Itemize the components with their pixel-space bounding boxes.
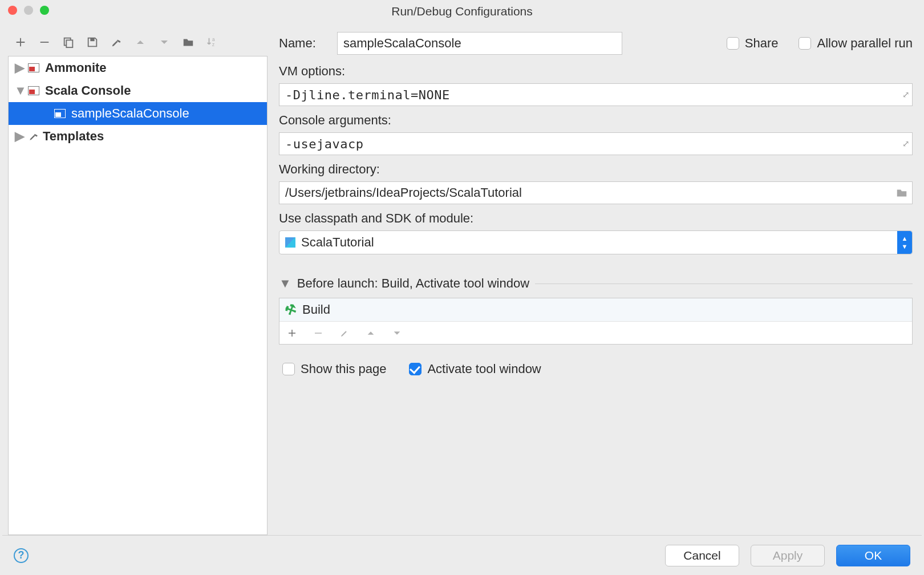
show-this-page-label: Show this page xyxy=(301,362,386,376)
collapse-icon[interactable]: ▼ xyxy=(14,83,25,98)
tree-label: Scala Console xyxy=(45,83,131,98)
working-dir-label: Working directory: xyxy=(279,162,913,177)
before-launch-item-label: Build xyxy=(302,302,330,317)
expand-icon[interactable]: ▶ xyxy=(14,129,25,144)
remove-config-button[interactable] xyxy=(38,35,51,49)
remove-task-button[interactable] xyxy=(313,327,324,339)
minimize-window-button[interactable] xyxy=(24,6,33,15)
console-args-input[interactable] xyxy=(279,132,913,155)
checkbox-icon xyxy=(727,37,739,50)
edit-defaults-button[interactable] xyxy=(110,35,123,49)
checkbox-icon xyxy=(799,37,811,50)
config-toolbar: az xyxy=(8,29,268,56)
expand-icon[interactable]: ▶ xyxy=(14,60,25,75)
move-down-button[interactable] xyxy=(157,35,171,49)
show-this-page-checkbox[interactable]: Show this page xyxy=(282,362,386,376)
cancel-button[interactable]: Cancel xyxy=(665,545,739,566)
config-tree[interactable]: ▶ Ammonite ▼ Scala Console sampleScalaCo… xyxy=(8,56,268,535)
edit-task-button[interactable] xyxy=(339,327,350,339)
svg-text:a: a xyxy=(212,37,215,42)
before-launch-item-build[interactable]: ⚒ Build xyxy=(279,298,912,321)
module-select[interactable]: ScalaTutorial ▲▼ xyxy=(279,230,913,254)
svg-text:z: z xyxy=(212,42,214,47)
hammer-icon: ⚒ xyxy=(282,301,299,319)
expand-field-icon[interactable]: ⤢ xyxy=(902,90,908,100)
vm-options-label: VM options: xyxy=(279,64,913,79)
activate-tool-window-label: Activate tool window xyxy=(427,362,541,376)
wrench-icon xyxy=(28,131,39,142)
before-launch-label: Before launch: Build, Activate tool wind… xyxy=(297,276,529,291)
tree-node-templates[interactable]: ▶ Templates xyxy=(9,125,267,148)
before-launch-section[interactable]: ▼ Before launch: Build, Activate tool wi… xyxy=(279,276,913,291)
name-input[interactable] xyxy=(337,32,622,55)
add-task-button[interactable] xyxy=(286,327,298,339)
activate-tool-window-checkbox[interactable]: Activate tool window xyxy=(409,362,541,376)
module-value: ScalaTutorial xyxy=(301,235,374,250)
config-form: Name: Share Allow parallel run xyxy=(279,29,916,535)
run-debug-config-window: Run/Debug Configurations xyxy=(0,0,924,575)
dialog-footer: ? Cancel Apply OK xyxy=(2,535,922,575)
share-checkbox[interactable]: Share xyxy=(727,36,779,51)
folder-button[interactable] xyxy=(181,35,195,49)
checkbox-checked-icon xyxy=(409,363,422,375)
task-down-button[interactable] xyxy=(391,327,403,339)
sort-alpha-button[interactable]: az xyxy=(205,35,219,49)
svg-rect-2 xyxy=(90,38,94,42)
ok-label: OK xyxy=(865,549,882,562)
move-up-button[interactable] xyxy=(133,35,147,49)
help-button[interactable]: ? xyxy=(14,548,29,563)
cancel-label: Cancel xyxy=(683,549,720,562)
window-title: Run/Debug Configurations xyxy=(391,5,533,18)
before-launch-toolbar xyxy=(279,321,912,344)
allow-parallel-label: Allow parallel run xyxy=(817,36,913,51)
before-launch-list: ⚒ Build xyxy=(279,298,913,345)
copy-config-button[interactable] xyxy=(62,35,75,49)
tree-node-ammonite[interactable]: ▶ Ammonite xyxy=(9,56,267,79)
console-args-label: Console arguments: xyxy=(279,113,913,128)
dialog-content: az ▶ Ammonite ▼ Scala Console xyxy=(0,23,924,575)
checkbox-icon xyxy=(282,363,295,375)
left-panel: az ▶ Ammonite ▼ Scala Console xyxy=(8,29,268,535)
apply-button[interactable]: Apply xyxy=(751,545,825,566)
config-type-icon xyxy=(28,86,39,95)
browse-folder-icon[interactable] xyxy=(895,187,908,199)
working-dir-input[interactable] xyxy=(279,181,913,204)
vm-options-input[interactable] xyxy=(279,83,913,106)
name-label: Name: xyxy=(279,36,327,51)
apply-label: Apply xyxy=(773,549,803,562)
window-controls xyxy=(8,6,49,15)
collapse-icon[interactable]: ▼ xyxy=(279,276,291,291)
tree-label: sampleScalaConsole xyxy=(71,106,189,121)
zoom-window-button[interactable] xyxy=(40,6,49,15)
ok-button[interactable]: OK xyxy=(836,545,910,566)
task-up-button[interactable] xyxy=(365,327,376,339)
tree-label: Ammonite xyxy=(45,60,107,75)
close-window-button[interactable] xyxy=(8,6,17,15)
divider xyxy=(535,284,913,284)
titlebar: Run/Debug Configurations xyxy=(0,0,924,23)
svg-rect-1 xyxy=(66,40,72,47)
save-config-button[interactable] xyxy=(86,35,99,49)
expand-field-icon[interactable]: ⤢ xyxy=(902,139,908,149)
dropdown-icon: ▲▼ xyxy=(897,231,912,254)
share-label: Share xyxy=(745,36,779,51)
add-config-button[interactable] xyxy=(14,35,27,49)
config-type-icon xyxy=(28,63,39,72)
module-icon xyxy=(285,237,295,248)
module-label: Use classpath and SDK of module: xyxy=(279,211,913,226)
tree-node-sample-scala-console[interactable]: sampleScalaConsole xyxy=(9,102,267,125)
config-icon xyxy=(54,109,66,118)
tree-node-scala-console[interactable]: ▼ Scala Console xyxy=(9,79,267,102)
tree-label: Templates xyxy=(43,129,104,144)
allow-parallel-checkbox[interactable]: Allow parallel run xyxy=(799,36,913,51)
